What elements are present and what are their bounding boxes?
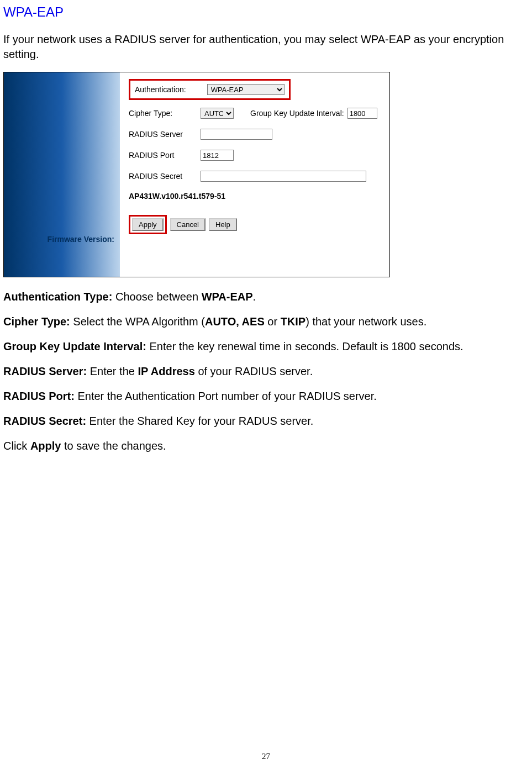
- firmware-version-row: AP431W.v100.r541.t579-51: [129, 192, 381, 201]
- radius-port-input[interactable]: [201, 150, 234, 161]
- section-heading: WPA-EAP: [3, 4, 529, 20]
- firmware-version-label: Firmware Version:: [48, 235, 114, 244]
- radius-port-row: RADIUS Port: [129, 150, 381, 161]
- apply-button[interactable]: Apply: [132, 218, 164, 231]
- cipher-type-select[interactable]: AUTO: [201, 108, 234, 119]
- authentication-type-desc: Authentication Type: Choose between WPA-…: [3, 289, 529, 304]
- cipher-row: Cipher Type: AUTO Group Key Update Inter…: [129, 108, 381, 119]
- radius-secret-row: RADIUS Secret: [129, 171, 381, 182]
- click-apply-desc: Click Apply to save the changes.: [3, 439, 529, 454]
- group-key-update-interval-input[interactable]: [347, 108, 377, 119]
- radius-server-desc: RADIUS Server: Enter the IP Address of y…: [3, 364, 529, 379]
- button-row: Apply Cancel Help: [129, 215, 381, 234]
- authentication-label: Authentication:: [135, 85, 186, 94]
- page-number: 27: [3, 752, 529, 761]
- help-button[interactable]: Help: [209, 218, 237, 231]
- group-key-update-interval-desc: Group Key Update Interval: Enter the key…: [3, 339, 529, 354]
- form-panel: Authentication: WPA-EAP Cipher Type: AUT…: [120, 72, 389, 277]
- radius-server-label: RADIUS Server: [129, 130, 201, 139]
- radius-server-input[interactable]: [201, 129, 272, 140]
- cipher-type-desc: Cipher Type: Select the WPA Algorithm (A…: [3, 314, 529, 329]
- sidebar-gradient: Firmware Version:: [4, 72, 120, 277]
- apply-button-highlight: Apply: [129, 215, 167, 234]
- radius-secret-label: RADIUS Secret: [129, 172, 201, 181]
- group-key-update-interval-label: Group Key Update Interval:: [250, 109, 344, 118]
- radius-secret-desc: RADIUS Secret: Enter the Shared Key for …: [3, 414, 529, 429]
- config-screenshot: Firmware Version: Authentication: WPA-EA…: [3, 72, 529, 277]
- cipher-type-label: Cipher Type:: [129, 109, 201, 118]
- firmware-version-value: AP431W.v100.r541.t579-51: [129, 192, 225, 201]
- authentication-select[interactable]: WPA-EAP: [207, 84, 285, 95]
- radius-server-row: RADIUS Server: [129, 129, 381, 140]
- radius-port-label: RADIUS Port: [129, 151, 201, 160]
- authentication-row-highlighted: Authentication: WPA-EAP: [129, 79, 291, 100]
- cancel-button[interactable]: Cancel: [170, 218, 206, 231]
- radius-secret-input[interactable]: [201, 171, 366, 182]
- radius-port-desc: RADIUS Port: Enter the Authentication Po…: [3, 389, 529, 404]
- intro-paragraph: If your network uses a RADIUS server for…: [3, 32, 529, 62]
